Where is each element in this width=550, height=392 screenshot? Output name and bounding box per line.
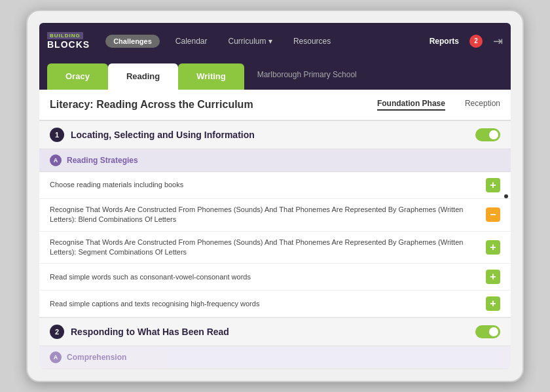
sub-section-2a-title: Comprehension xyxy=(67,353,126,362)
list-item-2-add-btn[interactable]: + xyxy=(486,240,500,255)
logo-area: BUILDING BLOCKS xyxy=(47,32,90,50)
list-item-3-add-btn[interactable]: + xyxy=(486,270,500,284)
scrollbar-dot xyxy=(504,194,508,198)
list-item-4-add-btn[interactable]: + xyxy=(486,296,500,311)
literacy-full-title: Reading Across the Curriculum xyxy=(96,99,253,110)
tabs-bar: Oracy Reading Writing Marlborough Primar… xyxy=(39,60,511,90)
phase-tabs: Foundation Phase Reception xyxy=(377,99,500,111)
phase-tab-foundation[interactable]: Foundation Phase xyxy=(377,99,445,111)
list-item-4-text: Read simple captions and texts recognisi… xyxy=(50,299,479,309)
section-1-header: 1 Locating, Selecting and Using Informat… xyxy=(39,120,511,149)
list-item-0: Choose reading materials including books… xyxy=(39,172,511,199)
top-nav: BUILDING BLOCKS Challenges Calendar Curr… xyxy=(39,23,511,60)
literacy-prefix: Literacy: xyxy=(50,99,94,110)
nav-exit-icon[interactable]: ⇥ xyxy=(493,34,503,48)
section-2-number: 2 xyxy=(50,325,64,339)
section-2-header: 2 Responding to What Has Been Read xyxy=(39,317,511,346)
list-item-4: Read simple captions and texts recognisi… xyxy=(39,291,511,317)
sub-section-2a-header: A Comprehension xyxy=(39,346,511,369)
literacy-header: Literacy: Reading Across the Curriculum … xyxy=(39,90,511,120)
list-item-1-remove-btn[interactable]: − xyxy=(486,207,500,222)
phase-tab-reception[interactable]: Reception xyxy=(465,99,500,111)
tablet-frame: BUILDING BLOCKS Challenges Calendar Curr… xyxy=(26,10,524,383)
list-item-1-text: Recognise That Words Are Constructed Fro… xyxy=(50,205,479,225)
content-area: Literacy: Reading Across the Curriculum … xyxy=(39,90,511,370)
list-item-0-text: Choose reading materials including books xyxy=(50,180,479,190)
tab-writing[interactable]: Writing xyxy=(178,63,244,90)
list-item-3-text: Read simple words such as consonant-vowe… xyxy=(50,272,479,282)
list-item-0-add-btn[interactable]: + xyxy=(486,178,500,192)
tab-oracy[interactable]: Oracy xyxy=(47,63,108,90)
list-item-2-text: Recognise That Words Are Constructed Fro… xyxy=(50,238,479,258)
section-2-toggle[interactable] xyxy=(475,325,500,338)
challenges-button[interactable]: Challenges xyxy=(105,35,160,48)
sub-section-a-header: A Reading Strategies xyxy=(39,149,511,172)
logo-building: BUILDING xyxy=(47,32,83,39)
list-item-3: Read simple words such as consonant-vowe… xyxy=(39,264,511,291)
nav-reports[interactable]: Reports xyxy=(430,37,459,46)
nav-resources[interactable]: Resources xyxy=(288,34,336,48)
section-1-toggle[interactable] xyxy=(475,128,500,141)
list-item-1: Recognise That Words Are Constructed Fro… xyxy=(39,199,511,232)
nav-alert-badge: 2 xyxy=(469,35,483,48)
section-1-title: Locating, Selecting and Using Informatio… xyxy=(71,130,475,140)
tablet-screen: BUILDING BLOCKS Challenges Calendar Curr… xyxy=(39,23,511,370)
list-item-2: Recognise That Words Are Constructed Fro… xyxy=(39,232,511,264)
nav-curriculum[interactable]: Curriculum xyxy=(223,34,278,48)
tab-reading[interactable]: Reading xyxy=(108,63,178,90)
section-2-title: Responding to What Has Been Read xyxy=(71,327,475,337)
literacy-title: Literacy: Reading Across the Curriculum xyxy=(50,99,377,111)
nav-calendar[interactable]: Calendar xyxy=(170,34,213,48)
logo-blocks: BLOCKS xyxy=(47,39,90,50)
sub-section-a-badge: A xyxy=(50,154,62,166)
section-1-number: 1 xyxy=(50,128,64,142)
sub-section-a-title: Reading Strategies xyxy=(67,156,138,165)
school-name: Marlborough Primary School xyxy=(244,60,357,90)
sub-section-2a-badge: A xyxy=(50,351,62,363)
